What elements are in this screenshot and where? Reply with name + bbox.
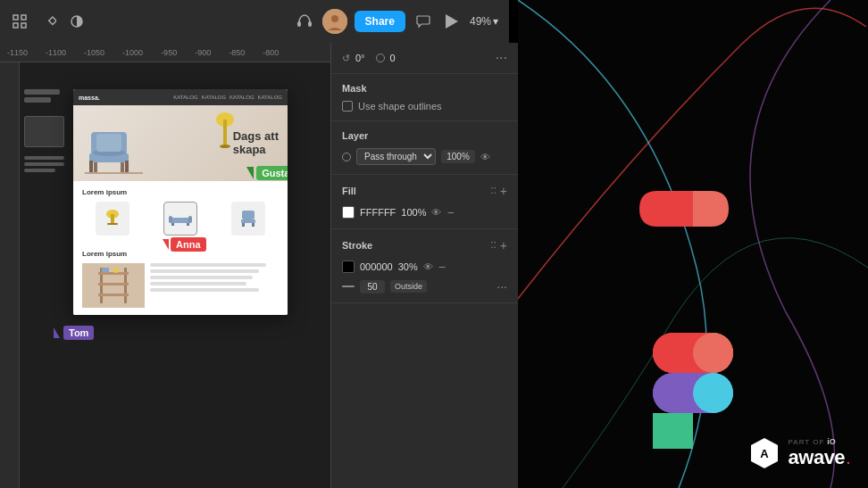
stroke-visibility-icon[interactable]: 👁 [423, 261, 433, 272]
stroke-row: 000000 30% 👁 − [342, 260, 507, 274]
mockup-nav-links: KATALOG KATALOG KATALOG KATALOG [173, 95, 282, 100]
ruler-vertical [0, 62, 20, 488]
blend-mode-select[interactable]: Pass through [356, 148, 436, 165]
mockup-section2: Lorem ipsum [73, 243, 288, 315]
product-icon-1 [96, 202, 129, 236]
svg-rect-34 [252, 223, 255, 227]
hero-line2: skapa [233, 144, 279, 158]
awave-logo: A PART OF iO awave . [747, 436, 850, 470]
toolbar-center: Share 49% ▾ [294, 9, 498, 34]
svg-rect-6 [297, 21, 301, 27]
svg-rect-7 [308, 21, 312, 27]
awave-icon: A [747, 436, 781, 470]
stroke-add-icon[interactable]: + [500, 238, 507, 252]
svg-rect-0 [13, 15, 18, 20]
chair-illustration [80, 114, 147, 181]
nav-link: KATALOG [173, 95, 197, 100]
svg-rect-21 [223, 120, 227, 145]
stroke-grid-icon[interactable]: :: [490, 238, 497, 252]
stroke-opacity-value: 30% [398, 261, 418, 272]
mockup-icons-row [82, 202, 279, 236]
svg-rect-17 [96, 134, 121, 152]
more-options-icon[interactable]: ··· [496, 50, 507, 66]
prop-mask-section: Mask Use shape outlines [331, 74, 518, 121]
ruler-mark: -950 [161, 48, 177, 57]
stroke-position: Outside [390, 280, 427, 293]
design-frame: massa. KATALOG KATALOG KATALOG KATALOG [73, 89, 288, 315]
awave-text-group: PART OF iO awave . [789, 437, 850, 469]
stroke-more-icon[interactable]: ··· [497, 279, 507, 294]
shape-outlines-label: Use shape outlines [358, 101, 442, 112]
prop-fill-section: Fill :: + FFFFFF 100% 👁 − [331, 175, 518, 229]
product-image [82, 263, 145, 308]
mockup-logo: massa. [79, 95, 100, 101]
ruler-mark: -1050 [84, 48, 104, 57]
figma-logo [639, 173, 747, 316]
svg-rect-26 [171, 218, 190, 223]
svg-point-42 [113, 268, 119, 273]
comment-icon[interactable] [413, 11, 434, 32]
ruler-mark: -1150 [7, 48, 28, 57]
svg-point-55 [653, 373, 693, 413]
shape-outlines-checkbox[interactable] [342, 101, 353, 112]
svg-rect-3 [21, 23, 26, 28]
headphone-icon[interactable] [294, 11, 315, 32]
awave-brand: awave . [789, 446, 850, 469]
rotation-num: 0 [390, 53, 396, 63]
svg-rect-25 [107, 223, 118, 225]
component-icon[interactable] [39, 12, 57, 30]
stroke-remove-icon[interactable]: − [438, 260, 446, 274]
fill-remove-icon[interactable]: − [447, 205, 454, 219]
play-icon[interactable] [441, 11, 463, 32]
fill-visibility-icon[interactable]: 👁 [431, 207, 441, 218]
frame-tool-icon[interactable] [11, 12, 29, 30]
part-of-row: PART OF iO [789, 437, 850, 446]
stroke-title: Stroke [342, 240, 372, 251]
svg-rect-59 [653, 413, 693, 434]
zoom-chevron: ▾ [493, 15, 498, 28]
ruler-mark: -900 [195, 48, 211, 57]
svg-rect-28 [188, 216, 192, 223]
fill-grid-icon[interactable]: :: [490, 184, 497, 198]
visibility-icon[interactable]: 👁 [480, 152, 490, 162]
svg-rect-30 [187, 223, 189, 226]
stroke-width-value: 50 [360, 280, 385, 294]
svg-rect-11 [85, 172, 143, 174]
avatar[interactable] [322, 9, 347, 34]
mask-title: Mask [342, 83, 507, 94]
share-button[interactable]: Share [355, 11, 405, 32]
stroke-color-value: 000000 [360, 261, 393, 272]
svg-rect-2 [13, 23, 18, 28]
mockup-hero: Dags att skapa Gustaf [73, 105, 288, 181]
svg-point-22 [220, 145, 230, 148]
svg-rect-27 [169, 216, 172, 223]
svg-point-56 [693, 373, 733, 413]
properties-panel: ↺ 0° 0 ··· Mask Use shape outlines Layer… [330, 43, 518, 488]
zoom-badge[interactable]: 49% ▾ [470, 15, 498, 28]
svg-point-51 [693, 333, 733, 373]
mockup-section1: Lorem ipsum [73, 181, 288, 243]
contrast-icon[interactable] [68, 12, 86, 30]
stroke-line-icon [342, 285, 355, 287]
fill-color-swatch[interactable] [342, 206, 355, 219]
svg-text:A: A [760, 447, 769, 460]
fill-add-icon[interactable]: + [500, 184, 507, 198]
fill-controls: :: + [490, 184, 507, 198]
stroke-header: Stroke :: + [342, 238, 507, 252]
mockup-img-row [82, 263, 279, 308]
toolbar: Share 49% ▾ [0, 0, 509, 43]
svg-rect-33 [242, 223, 245, 227]
blend-circle [342, 153, 351, 161]
prop-rotation-section: ↺ 0° 0 ··· [331, 43, 518, 74]
fill-color-value: FFFFFF [360, 207, 396, 218]
stroke-color-swatch[interactable] [342, 261, 355, 273]
section1-title: Lorem ipsum [82, 188, 279, 196]
svg-rect-38 [98, 272, 129, 275]
svg-rect-1 [21, 15, 26, 20]
svg-rect-19 [125, 161, 129, 172]
svg-rect-39 [98, 283, 129, 285]
svg-rect-24 [111, 214, 114, 223]
nav-link: KATALOG [258, 95, 282, 100]
svg-rect-40 [98, 294, 129, 296]
svg-rect-18 [89, 161, 93, 172]
